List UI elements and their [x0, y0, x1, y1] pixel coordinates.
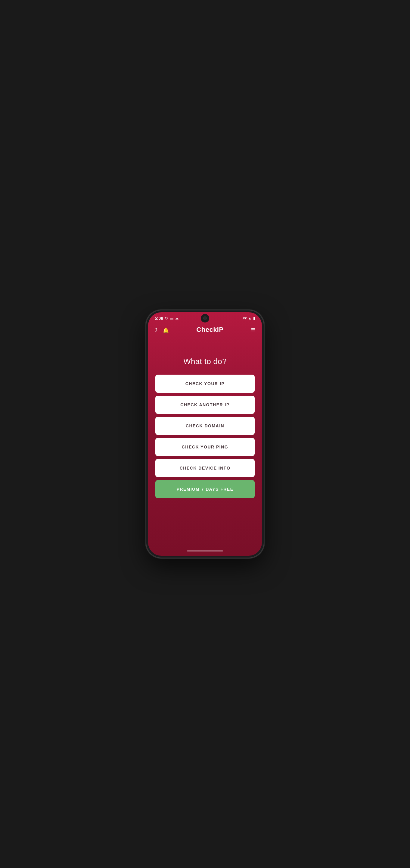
check-device-info-button[interactable]: CHECK DEVICE INFO [155, 459, 255, 477]
sdcard-status-icon: ▬ [170, 316, 173, 320]
status-time: 5:08 [155, 316, 163, 321]
status-right: ▾▾ ▲ ▮ [243, 316, 255, 320]
phone-frame: 5:08 🛡 ▬ ☁ ▾▾ ▲ ▮ CheckIP What to do? [146, 310, 264, 558]
status-left: 5:08 🛡 ▬ ☁ [155, 316, 178, 321]
camera-notch [201, 314, 209, 322]
share-icon[interactable] [155, 327, 158, 333]
shield-status-icon: 🛡 [165, 316, 168, 320]
phone-screen: 5:08 🛡 ▬ ☁ ▾▾ ▲ ▮ CheckIP What to do? [148, 312, 262, 556]
battery-status-icon: ▮ [253, 316, 255, 320]
app-header: CheckIP [148, 322, 262, 339]
header-icons-left [155, 327, 169, 333]
signal-status-icon: ▲ [248, 316, 252, 320]
check-your-ping-button[interactable]: CHECK YOUR PING [155, 438, 255, 456]
cloud-status-icon: ☁ [175, 316, 178, 320]
menu-buttons: CHECK YOUR IP CHECK ANOTHER IP CHECK DOM… [155, 375, 255, 498]
menu-icon[interactable] [251, 326, 255, 334]
camera-dot [203, 316, 207, 320]
bell-icon[interactable] [163, 327, 169, 333]
app-title: CheckIP [196, 326, 224, 334]
bottom-bar [187, 550, 223, 552]
check-your-ip-button[interactable]: CHECK YOUR IP [155, 375, 255, 393]
premium-free-button[interactable]: PREMIUM 7 DAYS FREE [155, 480, 255, 498]
check-another-ip-button[interactable]: CHECK ANOTHER IP [155, 396, 255, 414]
page-heading: What to do? [183, 357, 227, 366]
main-content: What to do? CHECK YOUR IP CHECK ANOTHER … [148, 339, 262, 498]
check-domain-button[interactable]: CHECK DOMAIN [155, 417, 255, 435]
wifi-status-icon: ▾▾ [243, 316, 246, 320]
